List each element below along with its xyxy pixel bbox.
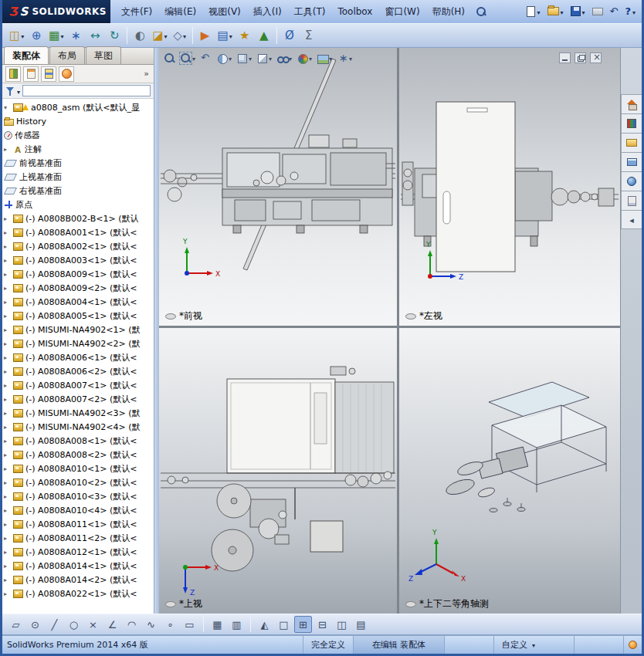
tree-item[interactable]: 前视基准面 <box>4 156 154 170</box>
appearances-icon[interactable] <box>621 171 642 191</box>
tree-item[interactable]: (-) A0808A006<1> (默认< <box>4 350 154 364</box>
expand-arrow[interactable] <box>4 271 11 278</box>
tree-item[interactable]: (-) MISUMI-NA4902<1> (默 <box>4 323 154 336</box>
chevron-down-icon[interactable] <box>632 6 636 17</box>
expand-arrow[interactable] <box>4 215 11 222</box>
status-indicator[interactable] <box>623 636 642 654</box>
tree-item[interactable]: (-) A0808A011<2> (默认< <box>4 531 154 545</box>
expand-arrow[interactable] <box>4 146 11 153</box>
chevron-down-icon[interactable] <box>532 640 535 650</box>
tree-item[interactable]: (-) A0808A009<2> (默认< <box>4 281 154 295</box>
chevron-down-icon[interactable] <box>329 52 332 63</box>
help-icon[interactable] <box>623 2 637 21</box>
expand-arrow[interactable] <box>4 382 11 389</box>
previous-view-icon[interactable] <box>198 50 213 66</box>
pane-close-button[interactable] <box>590 52 602 63</box>
chevron-down-icon[interactable] <box>269 52 272 63</box>
mate-icon[interactable]: ⊕ <box>27 25 46 46</box>
chevron-down-icon[interactable] <box>249 52 252 63</box>
displaymanager-tab-icon[interactable] <box>59 66 74 82</box>
smart-fasteners-icon[interactable]: ∗ <box>66 25 85 46</box>
menu-window[interactable]: 窗口(W) <box>378 0 425 23</box>
expand-arrow[interactable] <box>4 590 11 597</box>
custom-properties-icon[interactable] <box>621 191 642 210</box>
grid-icon[interactable]: ▦ <box>208 616 226 633</box>
new-motion-study-icon[interactable]: ▶ <box>196 25 215 46</box>
snap-icon[interactable]: ▥ <box>228 616 246 633</box>
tree-item[interactable]: (-) A0808A010<3> (默认< <box>4 489 154 503</box>
expand-arrow[interactable] <box>4 354 11 361</box>
expand-arrow[interactable] <box>4 479 11 486</box>
tree-item[interactable]: (-) A0808A002<1> (默认< <box>4 239 154 253</box>
chevron-down-icon[interactable] <box>582 6 585 17</box>
trim-entities-icon[interactable]: × <box>84 616 102 633</box>
tree-item[interactable]: (-) A0808A010<2> (默认< <box>4 475 154 489</box>
expand-arrow[interactable] <box>4 229 11 236</box>
chevron-down-icon[interactable] <box>309 52 312 63</box>
sketch-tab[interactable]: 草图 <box>86 46 121 64</box>
expand-arrow[interactable] <box>4 340 11 347</box>
chevron-down-icon[interactable] <box>192 52 195 63</box>
expand-arrow[interactable] <box>4 243 11 250</box>
featuremanager-tab-icon[interactable] <box>5 66 21 82</box>
chevron-down-icon[interactable] <box>229 52 232 63</box>
tree-item[interactable]: 上视基准面 <box>4 170 154 184</box>
exploded-view-icon[interactable]: ★ <box>236 25 254 46</box>
single-view-icon[interactable]: □ <box>275 616 293 633</box>
centerline-icon[interactable]: ∠ <box>103 616 121 633</box>
chevron-down-icon[interactable] <box>17 86 20 96</box>
expand-arrow[interactable] <box>4 313 11 320</box>
tree-item[interactable]: 原点 <box>4 198 154 211</box>
tree-item[interactable]: (-) MISUMI-NA4902<4> (默 <box>4 420 154 434</box>
expand-arrow[interactable] <box>4 104 11 111</box>
chevron-down-icon[interactable] <box>60 30 63 41</box>
tree-item[interactable]: (-) A0808A010<1> (默认< <box>4 462 154 475</box>
task-pane-collapse-icon[interactable] <box>621 210 642 229</box>
smart-dimension-icon[interactable]: ⊙ <box>26 616 44 633</box>
expand-arrow[interactable] <box>4 257 11 264</box>
configurationmanager-tab-icon[interactable] <box>41 66 56 82</box>
chevron-down-icon[interactable] <box>349 52 352 63</box>
chevron-down-icon[interactable] <box>183 30 186 41</box>
task-home-icon[interactable] <box>621 94 642 113</box>
chevron-down-icon[interactable] <box>164 30 168 41</box>
expand-arrow[interactable] <box>4 451 11 458</box>
custom-dropdown[interactable]: 自定义 <box>493 636 574 654</box>
tree-item[interactable]: (-) A0808A008<2> (默认< <box>4 448 154 462</box>
tree-item[interactable]: (-) A0808B002-B<1> (默认 <box>4 211 154 225</box>
measure-icon[interactable]: Ø <box>280 25 299 46</box>
expand-arrow[interactable] <box>4 438 11 445</box>
mass-properties-icon[interactable]: Σ <box>300 25 318 46</box>
tree-item[interactable]: (-) A0808A010<4> (默认< <box>4 503 154 517</box>
rotate-component-icon[interactable]: ↻ <box>105 25 124 46</box>
edit-appearance-icon[interactable] <box>295 50 314 66</box>
expand-arrow[interactable] <box>4 396 11 403</box>
view-settings-icon[interactable] <box>335 50 354 66</box>
spline-icon[interactable]: ∿ <box>142 616 160 633</box>
pane-restore-button[interactable] <box>575 52 586 63</box>
print-icon[interactable] <box>591 2 605 21</box>
zoom-fit-icon[interactable] <box>162 50 177 66</box>
expand-arrow[interactable] <box>4 493 11 500</box>
tree-item[interactable]: (-) A0808A005<1> (默认< <box>4 309 154 323</box>
line-icon[interactable]: ╱ <box>46 616 63 633</box>
sketch-icon[interactable]: ▱ <box>7 616 25 633</box>
tree-item[interactable]: 右视基准面 <box>4 184 154 198</box>
assembly-tab[interactable]: 装配体 <box>4 46 49 64</box>
show-hidden-components-icon[interactable]: ◐ <box>130 25 149 46</box>
rectangle-icon[interactable]: ▭ <box>181 616 198 633</box>
tree-item[interactable]: (-) A0808A007<1> (默认< <box>4 378 154 392</box>
chevron-down-icon[interactable] <box>229 30 232 41</box>
assembly-features-icon[interactable]: ◪ <box>150 25 169 46</box>
tree-item[interactable]: (-) A0808A001<1> (默认< <box>4 225 154 239</box>
bill-of-materials-icon[interactable]: ▤ <box>215 25 235 46</box>
tree-item[interactable]: (-) A0808A004<1> (默认< <box>4 295 154 309</box>
expand-arrow[interactable] <box>4 465 11 472</box>
viewport-pane-isometric[interactable]: Y X Z *上下二等角轴测 <box>399 328 620 614</box>
display-style-icon[interactable] <box>255 50 273 66</box>
tree-root-item[interactable]: a0808_asm (默认<默认_显 <box>4 100 154 114</box>
chevron-down-icon[interactable] <box>561 6 564 17</box>
tree-item[interactable]: (-) A0808A014<2> (默认< <box>4 573 154 587</box>
expand-arrow[interactable] <box>4 285 11 292</box>
expand-arrow[interactable] <box>4 507 11 514</box>
